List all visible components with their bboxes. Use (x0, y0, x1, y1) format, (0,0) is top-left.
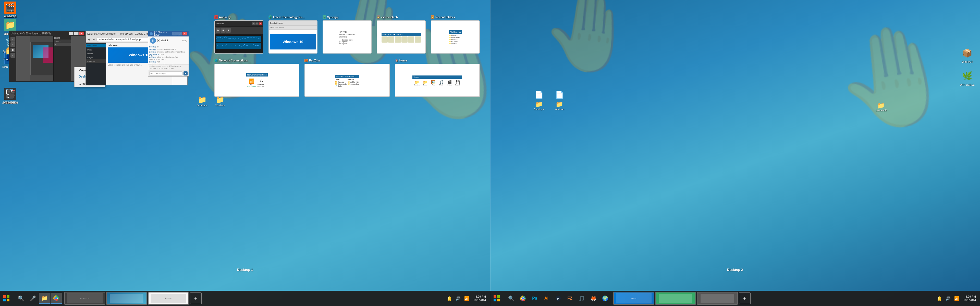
tv-network-label: 🌐 Network Connections (215, 59, 248, 62)
tv-network-content: Network Connections 📶 WiFi Connected 🖧 E… (215, 64, 299, 97)
ps-maximize-btn[interactable]: □ (74, 32, 79, 35)
d2-folder-goodlynx[interactable]: 📁 GoodLynx (531, 101, 547, 110)
ps-minimize-btn[interactable]: ─ (69, 32, 73, 35)
taskbar-d2-thumb-1[interactable]: Win10 (613, 292, 654, 305)
svg-rect-15 (497, 295, 500, 298)
chat-messages: delling: ok delling: are we allowed talk… (148, 45, 189, 64)
tv-chrome-window[interactable]: Google Chrome extremetech.com Windows 10 (269, 21, 318, 54)
taskbar-d2-ps-btn[interactable]: Ps (529, 293, 540, 304)
taskbar-d2-ai-btn[interactable]: Ai (541, 293, 552, 304)
tv-network-window[interactable]: Network Connections 📶 WiFi Connected 🖧 E… (215, 64, 299, 97)
tv-audacity-label: 🎵 Audacity (215, 15, 231, 19)
chat-titlebar: ☑ [R] Sintiol - Chat ─ □ ✕ (148, 31, 189, 36)
tv-recent-container: 📁 Recent folders File Explorer 📁 Documen… (431, 21, 480, 54)
photoshop-window[interactable]: Untitled-6 @ 50% (Layer 1, RGB/8) ─ □ ✕ … (9, 30, 86, 82)
ps-toolbar: ↖ ✏ 🔲 T (9, 36, 16, 81)
taskbar-desktop1: 🔍 🎤 📁 PS Window (0, 291, 490, 306)
tv-chrome-content: extremetech.com Windows 10 (269, 25, 317, 54)
task-view-row1: 🎵 Audacity Audacity ─ □ ✕ (209, 21, 485, 54)
chat-input-area: ▶ (148, 70, 189, 76)
chrome-forward-btn[interactable]: ▶ (92, 37, 96, 41)
taskbar-thumbnails-d1: PS Window Chrome (64, 291, 189, 306)
desktop2: 🤚 🤚 📦 WinRAR 🌿 WP-SMALL 📄 📄 📁 GoodLynx 📁… (490, 0, 980, 291)
svg-rect-17 (497, 299, 500, 301)
chat-maximize-btn[interactable]: □ (177, 32, 182, 35)
desktop-file-windows[interactable]: 📁 Windows (212, 96, 228, 106)
tv-home-container: 🏠 Home Home 📁 Desktop (395, 64, 480, 97)
d2-tray-icon-notification[interactable]: 🔔 (936, 295, 943, 301)
tv-faozilla-label: 🦊 FaoZilla (304, 59, 320, 62)
tv-chrome-container: 🌐 Latest Technology Nu... Google Chrome … (269, 21, 318, 54)
start-button[interactable] (0, 291, 13, 306)
svg-rect-10 (6, 299, 10, 301)
taskbar-d2-steam-btn[interactable]: ▶ (552, 293, 564, 304)
tv-chrome-label: 🌐 Latest Technology Nu... (269, 15, 304, 19)
chat-send-btn[interactable]: ▶ (183, 71, 188, 76)
desktop-icon-hd-video[interactable]: 🎥 HD VIDEO (0, 87, 21, 106)
add-desktop-btn-1[interactable]: + (190, 292, 202, 304)
taskbar-d2-firefox-btn[interactable]: 🦊 (588, 293, 599, 304)
tv-extremetech-container: 📁 extremetech extremetech ▸ articles (377, 21, 426, 54)
taskbar: 🔍 🎤 📁 PS Window (0, 291, 980, 306)
chrome-back-btn[interactable]: ◀ (87, 37, 91, 41)
task-view-container: 🎵 Audacity Audacity ─ □ ✕ (209, 21, 485, 97)
tv-faozilla-window[interactable]: FaoZilla - FTP Client Local 📁 Desktop 📁 … (304, 64, 390, 97)
taskbar-chrome-btn[interactable] (51, 293, 62, 304)
d2-tray-date: 10/1/2014 (963, 298, 976, 302)
tv-home-content: Home 📁 Desktop 📁 Docs (395, 64, 479, 97)
chat-close-btn[interactable]: ✕ (183, 32, 187, 35)
add-desktop-btn-2[interactable]: + (739, 292, 751, 304)
taskbar-thumb-explorer[interactable] (106, 292, 147, 305)
tv-recent-window[interactable]: File Explorer 📁 Documents 📁 Downloads 📁 … (431, 21, 480, 54)
tv-home-window[interactable]: Home 📁 Desktop 📁 Docs (395, 64, 480, 97)
tv-synergy-container: S Synergy Synergy Server: connected Clie… (323, 21, 372, 54)
d2-tray-icon-volume[interactable]: 🔊 (945, 295, 952, 301)
d2-folder-cremepuff[interactable]: 📁 CremePuff (873, 102, 889, 112)
svg-rect-8 (6, 295, 10, 298)
chat-window[interactable]: ☑ [R] Sintiol - Chat ─ □ ✕ S [R] Sintiol… (148, 30, 189, 76)
tray-icon-volume[interactable]: 🔊 (455, 295, 462, 301)
bg-decoration-2: 🤚 🤚 (490, 0, 980, 291)
taskbar-search-btn[interactable]: 🔍 (15, 293, 27, 304)
taskbar-d2-spotify-btn[interactable]: 🎵 (576, 293, 587, 304)
d2-tray-clock[interactable]: 8:29 PM 10/1/2014 (962, 294, 977, 303)
tv-home-label: 🏠 Home (395, 59, 407, 62)
taskbar-thumb-photoshop[interactable]: PS Window (64, 292, 105, 305)
tv-synergy-window[interactable]: Synergy Server: connected Clients: 2 ── … (323, 21, 372, 54)
tv-audacity-window[interactable]: Audacity ─ □ ✕ ▶ ⏹ ⏺ (215, 21, 263, 54)
chat-minimize-btn[interactable]: ─ (172, 32, 177, 35)
taskbar-d2-chrome-btn[interactable] (517, 293, 528, 304)
desktop-icon-winrar[interactable]: 📦 WinRAR (957, 46, 977, 65)
d2-folder-windows[interactable]: 📁 Windows (551, 101, 568, 110)
taskbar-d2-search-btn[interactable]: 🔍 (506, 293, 517, 304)
chat-footer: Last message received Wednesday, October… (148, 64, 189, 70)
desktop-file-goodlynx[interactable]: 📁 GoodLynx (194, 96, 210, 106)
d2-file-2[interactable]: 📄 (551, 90, 568, 99)
tv-extremetech-label: 📁 extremetech (377, 15, 398, 19)
ps-titlebar: Untitled-6 @ 50% (Layer 1, RGB/8) ─ □ ✕ (9, 31, 85, 36)
d2-file-1[interactable]: 📄 (531, 90, 547, 99)
taskbar-d2-ftp-btn[interactable]: FZ (564, 293, 576, 304)
tv-faozilla-container: 🦊 FaoZilla FaoZilla - FTP Client Local 📁… (304, 64, 390, 97)
start-button-d2[interactable] (490, 291, 503, 306)
svg-point-13 (55, 297, 57, 299)
desktop-icon-wp-small[interactable]: 🌿 WP-SMALL (957, 69, 977, 88)
ps-title: Untitled-6 @ 50% (Layer 1, RGB/8) (11, 32, 51, 35)
taskbar-d2-thumb-3[interactable] (697, 292, 738, 305)
tray-clock[interactable]: 8:29 PM 10/1/2014 (472, 294, 487, 303)
tv-faozilla-content: FaoZilla - FTP Client Local 📁 Desktop 📁 … (305, 64, 389, 97)
tray-icon-notification[interactable]: 🔔 (446, 295, 453, 301)
tv-extremetech-window[interactable]: extremetech ▸ articles (377, 21, 426, 54)
ps-canvas: canvas Layers Layer 1 BG (30, 36, 71, 81)
desktop-icon-vlc-top[interactable]: 🎬 VLC (0, 0, 21, 19)
tray-icon-network[interactable]: 📶 (463, 295, 470, 301)
taskbar-d2-unknown-btn[interactable]: 🌍 (600, 293, 611, 304)
taskbar-thumb-chrome-3[interactable]: Chrome (148, 292, 189, 305)
chat-input[interactable] (149, 71, 183, 76)
taskbar-explorer-btn[interactable]: 📁 (39, 293, 50, 304)
d2-tray-icon-network[interactable]: 📶 (953, 295, 960, 301)
taskbar-d2-thumb-2[interactable] (655, 292, 696, 305)
taskbar-cortana-btn[interactable]: 🎤 (27, 293, 38, 304)
tv-network-container: 🌐 Network Connections Network Connection… (215, 64, 299, 97)
ps-close-btn[interactable]: ✕ (79, 32, 84, 35)
